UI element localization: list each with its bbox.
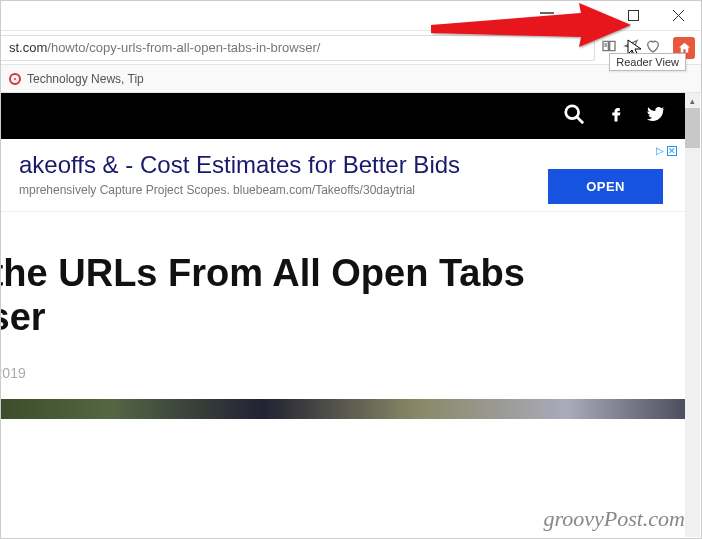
svg-point-7 bbox=[566, 106, 579, 119]
svg-marker-6 bbox=[431, 3, 631, 47]
url-path: /howto/copy-urls-from-all-open-tabs-in-b… bbox=[47, 40, 320, 55]
site-header bbox=[1, 93, 685, 139]
facebook-icon[interactable] bbox=[607, 105, 625, 127]
hero-image bbox=[1, 399, 685, 419]
article-title-line2: wser bbox=[1, 296, 667, 340]
scroll-up-icon[interactable]: ▴ bbox=[685, 93, 700, 108]
close-button[interactable] bbox=[656, 1, 701, 31]
url-host: st.com bbox=[9, 40, 47, 55]
search-icon[interactable] bbox=[563, 103, 585, 129]
bookmarks-bar: Technology News, Tip bbox=[1, 65, 701, 93]
ad-cta-button[interactable]: OPEN bbox=[548, 169, 663, 204]
ad-close-icon[interactable]: ✕ bbox=[667, 146, 677, 156]
bookmark-item[interactable]: Technology News, Tip bbox=[27, 72, 144, 86]
ad-choices[interactable]: ▷✕ bbox=[656, 145, 677, 156]
twitter-icon[interactable] bbox=[647, 105, 665, 127]
page-content: ▷✕ akeoffs & - Cost Estimates for Better… bbox=[1, 93, 685, 538]
vertical-scrollbar[interactable]: ▴ bbox=[685, 93, 700, 537]
article-date: 1, 2019 bbox=[1, 365, 667, 381]
annotation-arrow bbox=[431, 3, 631, 67]
article-title-line1: y the URLs From All Open Tabs bbox=[1, 252, 667, 296]
watermark: groovyPost.com bbox=[543, 506, 685, 532]
reader-view-tooltip: Reader View bbox=[609, 53, 686, 71]
scrollbar-thumb[interactable] bbox=[685, 108, 700, 148]
ad-banner: ▷✕ akeoffs & - Cost Estimates for Better… bbox=[1, 139, 685, 212]
bookmark-favicon bbox=[9, 73, 21, 85]
svg-line-8 bbox=[577, 117, 583, 123]
article-body: y the URLs From All Open Tabs wser 1, 20… bbox=[1, 212, 685, 429]
